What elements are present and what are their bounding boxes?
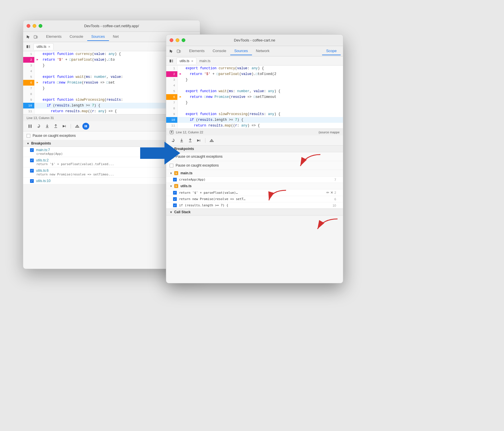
device-icon[interactable] [33,34,39,40]
pause-blue-btn-1[interactable] [82,123,89,130]
bp-line-utils10: 10 [333,204,336,207]
svg-rect-14 [85,125,86,127]
tab-network-2[interactable]: Network [252,47,274,55]
tab-icons-2 [168,48,182,54]
scope-tab-2[interactable]: Scope [322,47,341,55]
code-line-2-3: 3 } [166,77,343,83]
file-icon-utils: S [174,184,178,188]
close-button-2[interactable] [170,38,173,42]
bp-checkbox-main-1[interactable] [30,148,34,152]
file-tab-utils-2[interactable]: utils.ts ✕ [176,58,197,64]
cursor-position-1: Line 13, Column 31 [27,116,54,120]
pause-btn-1[interactable] [27,123,33,130]
bp-text-utils6: return new Promise(resolve => setT… [179,197,245,201]
traffic-lights-1 [27,24,42,28]
call-stack-triangle: ▼ [170,211,172,214]
bp-item-utils2: return '$' + parseFloat(value)… ✏ ✕ 2 [166,189,343,196]
tab-elements-1[interactable]: Elements [42,33,66,41]
bp-item-main-2: createApp(App) 7 [166,177,343,183]
code-line-2-4: 4 [166,83,343,88]
bp-text-utils10: if (results.length >= 7) { [179,203,228,207]
cursor-position-2: Line 12, Column 22 [176,131,203,134]
red-arrow-3 [315,218,343,239]
comparison-arrow [140,140,180,167]
close-button-1[interactable] [27,24,30,28]
maximize-button-1[interactable] [39,24,42,28]
window-title-1: DevTools - coffee-cart.netlify.app/ [84,24,139,28]
code-area-2: 1 export function currency(value: any) {… [166,66,343,128]
tab-sources-1[interactable]: Sources [87,33,109,41]
panel-toggle-2[interactable] [168,58,174,64]
bp-group-utils: ▼ S utils.ts [166,183,343,189]
tab-sources-2[interactable]: Sources [230,47,252,55]
blackbox-btn-2[interactable] [208,137,215,144]
bp-edit-btn[interactable]: ✏ [326,191,329,195]
tab-console-1[interactable]: Console [66,33,87,41]
minimize-button-1[interactable] [33,24,36,28]
bp-checkbox-utils2[interactable] [173,191,177,195]
bp-file-main-1: main.ts:7 [36,148,50,152]
tab-console-2[interactable]: Console [209,47,230,55]
svg-rect-1 [36,36,37,38]
device-icon-2[interactable] [176,48,182,54]
cursor-icon[interactable] [25,34,31,40]
step-next-btn-2[interactable] [195,137,202,144]
call-stack-label: Call Stack [174,210,191,214]
code-line-2-9: 9 export function slowProcessing(results… [166,111,343,117]
blackbox-btn-1[interactable] [74,123,81,130]
file-tab-utils-name-2: utils.ts [180,59,189,63]
file-tab-main-2[interactable]: main.ts [197,58,213,64]
code-line-2-10: 10 if (results.length >= 7) { [166,117,343,123]
svg-rect-15 [86,125,87,127]
code-line-2-6: 6 ▶ return □new Promise(resolve => □setT… [166,94,343,100]
bp-checkbox-utils10[interactable] [173,203,177,207]
titlebar-1: DevTools - coffee-cart.netlify.app/ [23,20,200,32]
bp-delete-btn[interactable]: ✕ [330,191,333,195]
tab-network-1[interactable]: Net [109,33,123,41]
svg-point-29 [212,141,212,142]
file-tab-utils-1[interactable]: utils.ts ✕ [33,43,53,50]
pause-exceptions-checkbox-1[interactable] [27,134,30,138]
code-line-2-1: 1 export function currency(value: any) { [166,66,343,71]
bp-file-utils6-1: utils.ts:6 [36,169,49,173]
code-line-2-5: 5 export function wait(ms: number, value… [166,88,343,94]
bp-checkbox-utils10-1[interactable] [30,179,34,183]
bp-checkbox-utils6-1[interactable] [30,169,34,173]
step-next-btn-1[interactable] [61,123,68,130]
window-title-2: DevTools - coffee-cart.ne [234,38,275,42]
file-tab-utils-close-2[interactable]: ✕ [191,60,193,63]
maximize-button-2[interactable] [182,38,185,42]
bp-checkbox-main-2[interactable] [173,178,177,181]
file-tab-close-1[interactable]: ✕ [48,45,50,48]
file-icon-main: S [174,171,178,175]
step-into-btn-1[interactable] [44,123,51,130]
step-out-btn-1[interactable] [52,123,59,130]
tab-elements-2[interactable]: Elements [185,47,209,55]
bp-text-utils2: return '$' + parseFloat(value)… [179,191,238,195]
step-over-btn-1[interactable] [35,123,42,130]
bp-checkbox-utils6[interactable] [173,197,177,201]
status-bar-2: Line 12, Column 22 (source mappe [166,128,343,135]
svg-rect-0 [34,35,36,38]
debugger-toolbar-2 [166,135,343,146]
devtools-tabs-2: Elements Console Sources Network Scope [166,46,343,56]
code-line-2-2: 2 ▶ return '$' + □parseFloat(value).□toF… [166,71,343,77]
bp-actions-utils2: ✏ ✕ 2 [326,191,336,195]
svg-rect-18 [179,50,180,52]
file-tabs-2: utils.ts ✕ main.ts [166,56,343,66]
breakpoints-section-2[interactable]: ▼ Breakpoints [166,146,343,152]
minimize-button-2[interactable] [176,38,179,42]
bp-line-utils2: 2 [334,191,336,194]
step-out-btn-2[interactable] [187,137,194,144]
bp-item-utils10: if (results.length >= 7) { 10 [166,202,343,209]
pause-uncaught-label-2: Pause on uncaught exceptions [176,155,223,159]
call-stack-section[interactable]: ▼ Call Stack [166,209,343,216]
group-name-main: main.ts [180,171,193,175]
red-arrow-2 [266,189,295,210]
bp-checkbox-utils2-1[interactable] [30,159,34,162]
group-name-utils: utils.ts [180,184,192,188]
file-tab-name-1: utils.ts [37,45,46,49]
code-line-2-11: 11 return results.map((r: any) => { [166,123,343,128]
cursor-icon-2[interactable] [168,48,174,54]
panel-toggle-1[interactable] [25,44,31,50]
